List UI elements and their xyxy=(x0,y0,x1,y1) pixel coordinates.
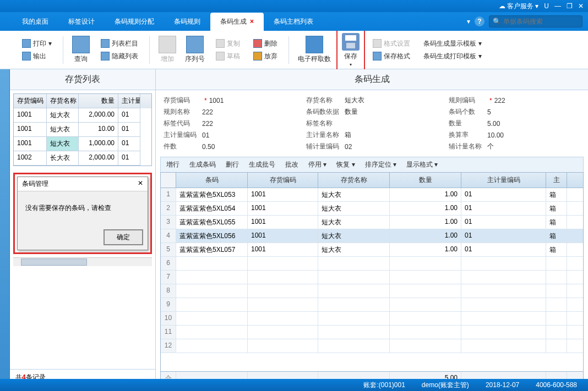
status-account: 账套:(001)001 xyxy=(363,381,405,390)
gridbar-1[interactable]: 生成条码 xyxy=(189,160,216,169)
barcode-panel: 条码生成 存货编码*1001 存货名称短大衣 规则编码*222 规则名称222 … xyxy=(156,69,588,386)
dialog-message: 没有需要保存的条码，请检查 xyxy=(18,191,148,225)
message-dialog: 条码管理 ✕ 没有需要保存的条码，请检查 确定 xyxy=(17,177,148,250)
inventory-title: 存货列表 xyxy=(10,69,155,90)
grid-header[interactable]: 主计量编码 xyxy=(461,173,546,188)
grid-row-empty[interactable]: 6 xyxy=(161,257,583,271)
grid-header[interactable]: 主 xyxy=(546,173,567,188)
barcode-title: 条码生成 xyxy=(156,69,588,90)
grid-row-empty[interactable]: 11 xyxy=(161,326,583,339)
window-titlebar: ☁ 客户服务 ▾ U — ❐ ✕ xyxy=(0,0,588,12)
inventory-row[interactable]: 1001短大衣1,000.0001 xyxy=(14,137,151,151)
inventory-hscrollbar[interactable] xyxy=(13,257,152,266)
u-menu[interactable]: U xyxy=(544,2,549,10)
help-icon[interactable]: ? xyxy=(475,16,484,26)
dialog-close-icon[interactable]: ✕ xyxy=(138,179,143,189)
save-format-button[interactable]: 保存格式 xyxy=(369,51,413,62)
minimize-button[interactable]: — xyxy=(554,2,561,10)
grid-row-empty[interactable]: 12 xyxy=(161,339,583,353)
print-button[interactable]: 打印 ▾ xyxy=(19,38,55,49)
customer-service-link[interactable]: ☁ 客户服务 ▾ xyxy=(499,2,539,11)
gridbar-8[interactable]: 显示格式 ▾ xyxy=(406,160,438,169)
gridbar-7[interactable]: 排序定位 ▾ xyxy=(365,160,396,169)
barcode-grid: 条码存货编码存货名称数量主计量编码主 1蓝紫蓝紫色5XL0531001短大衣1.… xyxy=(160,172,584,386)
draft-button: 草稿 xyxy=(213,51,243,62)
query-button[interactable]: 查询 xyxy=(69,35,93,65)
search-icon: 🔍 xyxy=(493,18,501,25)
save-icon xyxy=(342,33,360,51)
tab-close-icon[interactable]: × xyxy=(250,18,254,25)
gridbar-6[interactable]: 恢复 ▾ xyxy=(336,160,355,169)
grid-row[interactable]: 4蓝紫蓝紫色5XL0561001短大衣1.0001箱 xyxy=(161,229,583,243)
grid-header[interactable]: 数量 xyxy=(390,173,461,188)
inventory-row[interactable]: 1002长大衣2,000.0001 xyxy=(14,151,151,166)
inv-header[interactable]: 存货名称 xyxy=(47,94,79,108)
scale-button[interactable]: 电子秤取数 xyxy=(295,35,334,65)
grid-row-empty[interactable]: 8 xyxy=(161,284,583,298)
maximize-button[interactable]: ❐ xyxy=(567,2,573,10)
save-button[interactable]: 保存▾ xyxy=(339,32,363,68)
tab-0[interactable]: 我的桌面 xyxy=(12,13,58,31)
print-template-button[interactable]: 条码生成打印模板▾ xyxy=(420,51,485,62)
output-button[interactable]: 输出 xyxy=(19,51,55,62)
grid-row-empty[interactable]: 7 xyxy=(161,271,583,284)
tab-5[interactable]: 条码主档列表 xyxy=(264,13,323,31)
tab-bar: 我的桌面标签设计条码规则分配条码规则条码生成×条码主档列表 ▾ ? 🔍 xyxy=(0,12,588,31)
grid-header[interactable]: 条码 xyxy=(176,173,248,188)
grid-header[interactable]: 存货编码 xyxy=(248,173,318,188)
gridbar-0[interactable]: 增行 xyxy=(166,160,179,169)
status-tel: 4006-600-588 xyxy=(536,381,577,389)
left-dock-bar[interactable] xyxy=(0,69,10,386)
display-template-button[interactable]: 条码生成显示模板▾ xyxy=(420,38,485,49)
discard-button[interactable]: 放弃 xyxy=(250,51,281,62)
grid-row[interactable]: 3蓝紫蓝紫色5XL0551001短大衣1.0001箱 xyxy=(161,216,583,229)
format-settings-button: 格式设置 xyxy=(369,38,413,49)
tab-4[interactable]: 条码生成× xyxy=(210,13,264,31)
grid-header[interactable]: 存货名称 xyxy=(318,173,390,188)
tab-3[interactable]: 条码规则 xyxy=(164,13,210,31)
close-button[interactable]: ✕ xyxy=(578,2,584,10)
sequence-button[interactable]: 序列号 xyxy=(182,35,208,65)
tab-menu-dropdown[interactable]: ▾ xyxy=(467,18,470,25)
grid-row[interactable]: 5蓝紫蓝紫色5XL0571001短大衣1.0001箱 xyxy=(161,243,583,257)
gridbar-4[interactable]: 批改 xyxy=(285,160,298,169)
inventory-row[interactable]: 1001短大衣2,000.0001 xyxy=(14,108,151,123)
grid-toolbar: 增行生成条码删行生成批号批改停用 ▾恢复 ▾排序定位 ▾显示格式 ▾ xyxy=(160,157,584,172)
gridbar-2[interactable]: 删行 xyxy=(226,160,239,169)
dialog-title: 条码管理 xyxy=(22,179,48,189)
inventory-panel: 存货列表 存货编码存货名称数量主计量 1001短大衣2,000.00011001… xyxy=(10,69,156,386)
gridbar-5[interactable]: 停用 ▾ xyxy=(308,160,326,169)
dialog-highlight: 条码管理 ✕ 没有需要保存的条码，请检查 确定 xyxy=(13,173,152,254)
dialog-ok-button[interactable]: 确定 xyxy=(104,229,143,245)
hide-list-button[interactable]: 隐藏列表 xyxy=(97,51,141,62)
search-input[interactable] xyxy=(503,18,586,25)
add-button: 增加 xyxy=(155,35,179,65)
copy-button: 复制 xyxy=(213,38,243,49)
status-user: demo(账套主管) xyxy=(422,381,469,390)
status-date: 2018-12-07 xyxy=(486,381,519,389)
search-box[interactable]: 🔍 xyxy=(489,15,582,27)
delete-button[interactable]: 删除 xyxy=(250,38,281,49)
inv-header[interactable]: 存货编码 xyxy=(14,94,47,108)
list-columns-button[interactable]: 列表栏目 xyxy=(97,38,141,49)
ribbon-toolbar: 打印 ▾ 输出 查询 列表栏目 隐藏列表 增加 序列号 复制 草稿 删除 放弃 … xyxy=(0,31,588,69)
inv-header[interactable]: 数量 xyxy=(79,94,118,108)
grid-row[interactable]: 1蓝紫蓝紫色5XL0531001短大衣1.0001箱 xyxy=(161,188,583,202)
tab-2[interactable]: 条码规则分配 xyxy=(105,13,164,31)
status-bar: 账套:(001)001 demo(账套主管) 2018-12-07 4006-6… xyxy=(0,379,588,391)
grid-row-empty[interactable]: 9 xyxy=(161,298,583,312)
grid-row-empty[interactable]: 10 xyxy=(161,312,583,326)
save-highlight: 保存▾ xyxy=(336,30,365,70)
tab-1[interactable]: 标签设计 xyxy=(58,13,105,31)
grid-row[interactable]: 2蓝紫蓝紫色5XL0541001短大衣1.0001箱 xyxy=(161,202,583,216)
inventory-grid: 存货编码存货名称数量主计量 1001短大衣2,000.00011001短大衣10… xyxy=(13,93,152,166)
form-area: 存货编码*1001 存货名称短大衣 规则编码*222 规则名称222 条码数依据… xyxy=(156,90,588,157)
inv-header[interactable]: 主计量 xyxy=(118,94,140,108)
inventory-row[interactable]: 1001短大衣10.0001 xyxy=(14,123,151,137)
gridbar-3[interactable]: 生成批号 xyxy=(249,160,275,169)
